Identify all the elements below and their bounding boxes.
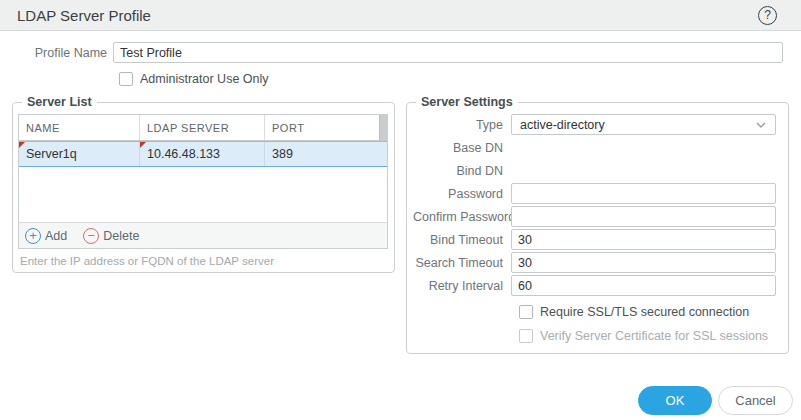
server-table-header: NAME LDAP SERVER PORT: [19, 115, 387, 141]
base-dn-label: Base DN: [413, 141, 511, 155]
delete-button[interactable]: − Delete: [83, 228, 139, 244]
retry-interval-input[interactable]: [511, 275, 776, 296]
profile-name-label: Profile Name: [0, 46, 113, 60]
column-header-name[interactable]: NAME: [19, 115, 140, 140]
password-label: Password: [413, 187, 511, 201]
type-label: Type: [413, 118, 511, 132]
bind-timeout-input[interactable]: [511, 229, 776, 250]
cell-name: Server1q: [19, 142, 140, 166]
server-settings-legend: Server Settings: [416, 95, 518, 109]
verify-cert-row: Verify Server Certificate for SSL sessio…: [519, 328, 776, 344]
table-toolbar: + Add − Delete: [19, 222, 387, 248]
table-empty-area: [19, 167, 387, 222]
add-button[interactable]: + Add: [25, 228, 67, 244]
require-ssl-row: Require SSL/TLS secured connection: [519, 304, 776, 320]
server-list-legend: Server List: [22, 95, 97, 109]
chevron-down-icon: [755, 119, 767, 131]
dialog-title: LDAP Server Profile: [17, 7, 151, 24]
cell-ldap-server: 10.46.48.133: [140, 142, 265, 166]
bind-timeout-row: Bind Timeout: [413, 229, 776, 250]
admin-only-row: Administrator Use Only: [119, 72, 801, 86]
password-row: Password: [413, 183, 776, 204]
search-timeout-row: Search Timeout: [413, 252, 776, 273]
minus-circle-icon: −: [83, 228, 99, 244]
admin-only-checkbox[interactable]: [119, 72, 133, 86]
server-list-hint: Enter the IP address or FQDN of the LDAP…: [20, 255, 386, 267]
help-icon[interactable]: ?: [758, 6, 777, 25]
bind-dn-row: Bind DN: [413, 160, 776, 181]
retry-interval-row: Retry Interval: [413, 275, 776, 296]
plus-circle-icon: +: [25, 228, 41, 244]
scrollbar-stub: [379, 115, 387, 140]
cell-port: 389: [265, 142, 387, 166]
verify-cert-checkbox: [519, 329, 533, 343]
type-dropdown[interactable]: active-directory: [511, 114, 776, 135]
search-timeout-input[interactable]: [511, 252, 776, 273]
search-timeout-label: Search Timeout: [413, 256, 511, 270]
server-list-group: Server List NAME LDAP SERVER PORT Server…: [12, 102, 395, 273]
confirm-password-row: Confirm Password: [413, 206, 776, 227]
bind-dn-label: Bind DN: [413, 164, 511, 178]
ok-button[interactable]: OK: [638, 386, 712, 415]
ldap-server-profile-dialog: LDAP Server Profile ? Profile Name Admin…: [0, 0, 801, 420]
column-header-port[interactable]: PORT: [265, 115, 379, 140]
dialog-header: LDAP Server Profile ?: [0, 0, 801, 31]
verify-cert-label: Verify Server Certificate for SSL sessio…: [540, 329, 768, 343]
cancel-button[interactable]: Cancel: [718, 386, 793, 415]
modified-marker: [140, 142, 146, 148]
column-header-ldap-server[interactable]: LDAP SERVER: [140, 115, 265, 140]
modified-marker: [19, 142, 25, 148]
server-table: NAME LDAP SERVER PORT Server1q 10.46.48.…: [18, 114, 388, 249]
dialog-footer: OK Cancel: [638, 386, 793, 415]
confirm-password-input[interactable]: [511, 206, 776, 227]
server-settings-group: Server Settings Type active-directory Ba…: [406, 102, 789, 354]
require-ssl-label[interactable]: Require SSL/TLS secured connection: [540, 305, 749, 319]
base-dn-row: Base DN: [413, 137, 776, 158]
profile-name-row: Profile Name: [0, 42, 801, 63]
confirm-password-label: Confirm Password: [413, 210, 511, 224]
type-row: Type active-directory: [413, 114, 776, 135]
table-row[interactable]: Server1q 10.46.48.133 389: [19, 141, 387, 167]
admin-only-label[interactable]: Administrator Use Only: [140, 72, 269, 86]
retry-interval-label: Retry Interval: [413, 279, 511, 293]
password-input[interactable]: [511, 183, 776, 204]
require-ssl-checkbox[interactable]: [519, 305, 533, 319]
bind-timeout-label: Bind Timeout: [413, 233, 511, 247]
profile-name-input[interactable]: [113, 42, 783, 63]
